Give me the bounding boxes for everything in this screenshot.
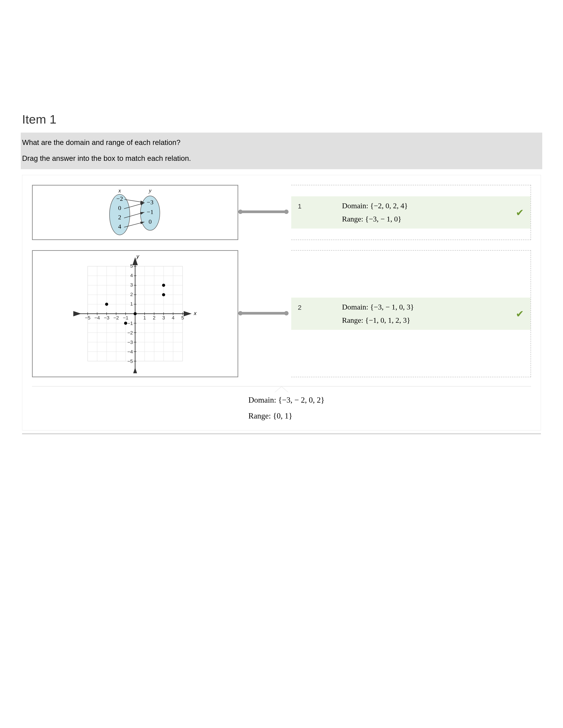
svg-text:−1: −1: [127, 321, 133, 326]
prompt-box: What are the domain and range of each re…: [21, 133, 542, 169]
svg-text:−2: −2: [113, 315, 119, 321]
svg-text:2: 2: [153, 315, 155, 321]
bank-range: Range: {0, 1}: [248, 411, 531, 420]
connector-2: [239, 312, 287, 315]
answer-card-2[interactable]: 2 Domain: {−3, − 1, 0, 3} Range: {−1, 0,…: [291, 298, 531, 330]
coordinate-graph: −5 −4 −3 −2 −1 1 2 3 4 5 1: [32, 250, 238, 377]
mapping-x-label: x: [118, 187, 121, 194]
svg-text:−5: −5: [85, 315, 90, 321]
svg-point-69: [133, 312, 137, 315]
check-icon: ✔: [512, 308, 524, 319]
svg-text:4: 4: [172, 315, 174, 321]
page-title: Item 1: [22, 112, 541, 126]
drop-zone-1[interactable]: 1 Domain: {−2, 0, 2, 4} Range: {−3, − 1,…: [291, 185, 531, 240]
svg-point-70: [162, 284, 165, 287]
answer-bank: Domain: {−3, − 2, 0, 2} Range: {0, 1}: [32, 386, 531, 430]
footer-rule: [22, 433, 541, 434]
svg-point-68: [124, 322, 127, 325]
map-x-2: 2: [118, 214, 121, 221]
drop-number-1: 1: [298, 202, 342, 210]
answer-text-1: Domain: {−2, 0, 2, 4} Range: {−3, − 1, 0…: [342, 202, 512, 223]
mapping-svg: x y −2 0 2 4 −3 −1 0: [80, 187, 190, 238]
svg-text:4: 4: [130, 273, 133, 278]
answer-2-domain: Domain: {−3, − 1, 0, 3}: [342, 303, 512, 311]
map-y-0: −3: [147, 199, 153, 206]
match-row-1: x y −2 0 2 4 −3 −1 0: [32, 185, 531, 240]
map-y-1: −1: [147, 208, 153, 215]
svg-text:1: 1: [143, 315, 146, 321]
svg-point-71: [162, 293, 165, 296]
svg-text:−5: −5: [127, 358, 133, 364]
connector-1: [239, 210, 287, 213]
svg-text:3: 3: [162, 315, 165, 321]
mapping-y-label: y: [148, 187, 151, 194]
svg-text:−3: −3: [127, 340, 133, 345]
mapping-diagram: x y −2 0 2 4 −3 −1 0: [32, 185, 238, 240]
svg-text:−1: −1: [123, 315, 128, 321]
svg-text:−2: −2: [127, 330, 133, 336]
answer-2-range: Range: {−1, 0, 1, 2, 3}: [342, 316, 512, 325]
svg-text:−3: −3: [104, 315, 109, 321]
answer-card-1[interactable]: 1 Domain: {−2, 0, 2, 4} Range: {−3, − 1,…: [291, 196, 531, 229]
bank-domain: Domain: {−3, − 2, 0, 2}: [248, 395, 531, 405]
map-x-1: 0: [118, 205, 121, 211]
svg-text:−4: −4: [127, 349, 133, 355]
check-icon: ✔: [512, 207, 524, 218]
graph-svg: −5 −4 −3 −2 −1 1 2 3 4 5 1: [56, 254, 214, 373]
answer-1-range: Range: {−3, − 1, 0}: [342, 215, 512, 223]
answer-1-domain: Domain: {−2, 0, 2, 4}: [342, 202, 512, 210]
svg-text:−4: −4: [94, 315, 100, 321]
graph-y-label: y: [136, 254, 139, 259]
svg-text:5: 5: [130, 263, 133, 269]
map-x-0: −2: [116, 195, 123, 202]
drop-zone-2[interactable]: 2 Domain: {−3, − 1, 0, 3} Range: {−1, 0,…: [291, 250, 531, 377]
svg-text:3: 3: [130, 282, 133, 288]
svg-text:2: 2: [130, 292, 133, 297]
match-row-2: −5 −4 −3 −2 −1 1 2 3 4 5 1: [32, 250, 531, 377]
svg-text:1: 1: [130, 301, 133, 307]
svg-text:5: 5: [181, 315, 184, 321]
bank-card[interactable]: Domain: {−3, − 2, 0, 2} Range: {0, 1}: [248, 395, 531, 420]
svg-point-67: [105, 303, 108, 306]
drop-number-2: 2: [298, 303, 342, 311]
map-y-2: 0: [148, 218, 152, 225]
bank-notch-icon: [274, 386, 289, 392]
graph-x-label: x: [194, 310, 197, 316]
question-text: What are the domain and range of each re…: [22, 138, 541, 147]
answer-text-2: Domain: {−3, − 1, 0, 3} Range: {−1, 0, 1…: [342, 303, 512, 325]
work-area: x y −2 0 2 4 −3 −1 0: [22, 175, 541, 430]
instruction-text: Drag the answer into the box to match ea…: [22, 154, 541, 163]
map-x-3: 4: [118, 223, 121, 230]
